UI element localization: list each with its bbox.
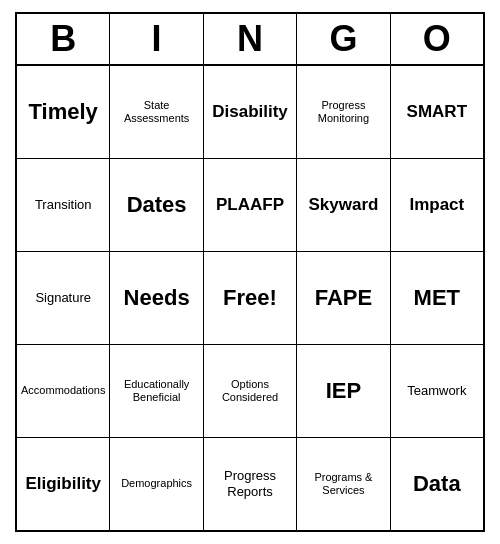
bingo-grid: TimelyState AssessmentsDisabilityProgres… [17,66,483,530]
header-letter-o: O [391,14,483,64]
bingo-cell-0-1[interactable]: State Assessments [110,66,203,158]
cell-text-0-4: SMART [407,102,467,122]
cell-text-3-0: Accommodations [21,384,105,397]
bingo-cell-4-2[interactable]: Progress Reports [204,438,297,530]
bingo-header: BINGO [17,14,483,66]
cell-text-3-4: Teamwork [407,383,466,399]
bingo-cell-3-4[interactable]: Teamwork [391,345,483,437]
cell-text-3-2: Options Considered [208,378,292,404]
header-letter-g: G [297,14,390,64]
bingo-cell-3-0[interactable]: Accommodations [17,345,110,437]
bingo-cell-1-2[interactable]: PLAAFP [204,159,297,251]
header-letter-i: I [110,14,203,64]
bingo-cell-2-0[interactable]: Signature [17,252,110,344]
bingo-cell-0-2[interactable]: Disability [204,66,297,158]
bingo-cell-2-3[interactable]: FAPE [297,252,390,344]
cell-text-4-0: Eligibility [25,474,101,494]
cell-text-0-0: Timely [29,99,98,125]
cell-text-0-3: Progress Monitoring [301,99,385,125]
bingo-cell-4-4[interactable]: Data [391,438,483,530]
cell-text-1-4: Impact [409,195,464,215]
cell-text-2-3: FAPE [315,285,372,311]
cell-text-2-1: Needs [124,285,190,311]
bingo-cell-4-0[interactable]: Eligibility [17,438,110,530]
cell-text-2-0: Signature [35,290,91,306]
cell-text-0-2: Disability [212,102,288,122]
bingo-row-1: TransitionDatesPLAAFPSkywardImpact [17,159,483,252]
bingo-card: BINGO TimelyState AssessmentsDisabilityP… [15,12,485,532]
bingo-cell-1-0[interactable]: Transition [17,159,110,251]
cell-text-1-0: Transition [35,197,92,213]
bingo-row-4: EligibilityDemographicsProgress ReportsP… [17,438,483,530]
cell-text-1-3: Skyward [308,195,378,215]
bingo-cell-1-4[interactable]: Impact [391,159,483,251]
bingo-cell-1-3[interactable]: Skyward [297,159,390,251]
bingo-cell-3-3[interactable]: IEP [297,345,390,437]
bingo-cell-3-2[interactable]: Options Considered [204,345,297,437]
cell-text-2-4: MET [414,285,460,311]
bingo-cell-2-4[interactable]: MET [391,252,483,344]
bingo-cell-4-1[interactable]: Demographics [110,438,203,530]
cell-text-4-1: Demographics [121,477,192,490]
cell-text-3-3: IEP [326,378,361,404]
bingo-cell-0-0[interactable]: Timely [17,66,110,158]
header-letter-b: B [17,14,110,64]
bingo-cell-2-2[interactable]: Free! [204,252,297,344]
bingo-cell-3-1[interactable]: Educationally Beneficial [110,345,203,437]
cell-text-4-3: Programs & Services [301,471,385,497]
cell-text-1-2: PLAAFP [216,195,284,215]
bingo-cell-2-1[interactable]: Needs [110,252,203,344]
bingo-cell-0-3[interactable]: Progress Monitoring [297,66,390,158]
bingo-row-0: TimelyState AssessmentsDisabilityProgres… [17,66,483,159]
bingo-row-3: AccommodationsEducationally BeneficialOp… [17,345,483,438]
cell-text-0-1: State Assessments [114,99,198,125]
cell-text-2-2: Free! [223,285,277,311]
bingo-cell-1-1[interactable]: Dates [110,159,203,251]
cell-text-1-1: Dates [127,192,187,218]
cell-text-4-2: Progress Reports [208,468,292,499]
cell-text-3-1: Educationally Beneficial [114,378,198,404]
bingo-row-2: SignatureNeedsFree!FAPEMET [17,252,483,345]
bingo-cell-4-3[interactable]: Programs & Services [297,438,390,530]
cell-text-4-4: Data [413,471,461,497]
header-letter-n: N [204,14,297,64]
bingo-cell-0-4[interactable]: SMART [391,66,483,158]
